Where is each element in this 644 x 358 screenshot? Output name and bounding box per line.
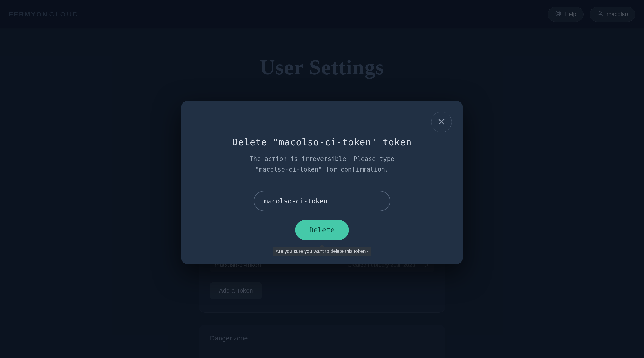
modal-subtitle: The action is irreversible. Please type … [236, 154, 408, 174]
close-icon [437, 117, 446, 127]
delete-tooltip-text: Are you sure you want to delete this tok… [272, 247, 372, 256]
confirm-delete-label: Delete [309, 226, 335, 234]
close-modal-button[interactable] [431, 112, 452, 132]
confirm-input-wrap [254, 174, 390, 211]
delete-token-modal: Delete "macolso-ci-token" token The acti… [181, 101, 463, 264]
delete-tooltip: Are you sure you want to delete this tok… [272, 244, 372, 256]
confirm-token-name-input[interactable] [254, 191, 390, 211]
modal-title: Delete "macolso-ci-token" token [232, 137, 412, 148]
confirm-delete-button[interactable]: Delete [295, 220, 349, 240]
